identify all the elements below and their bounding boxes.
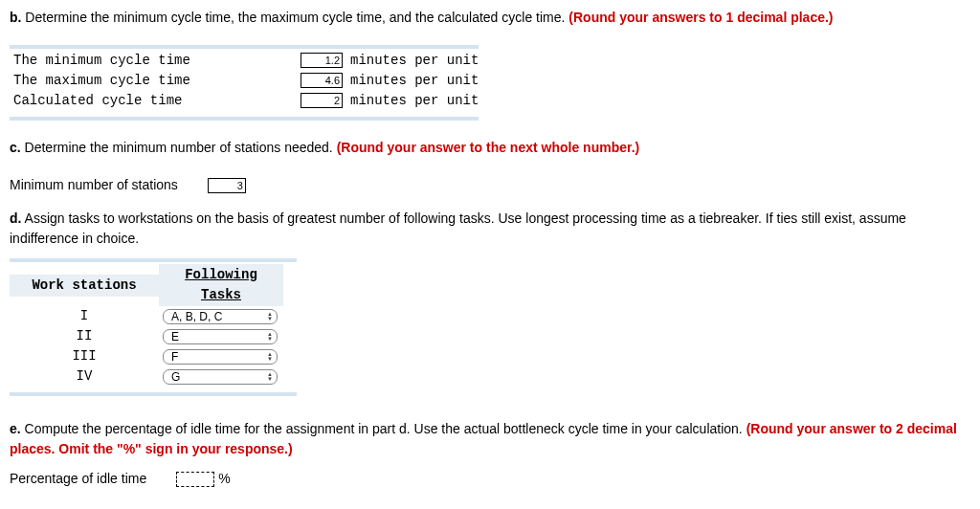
- q-c-hint: (Round your answer to the next whole num…: [337, 140, 640, 155]
- row-unit: minutes per unit: [346, 91, 482, 111]
- question-c: c. Determine the minimum number of stati…: [10, 138, 970, 158]
- ruler-top-b: [10, 45, 479, 49]
- stepper-icon: ▲▼: [267, 372, 273, 382]
- ruler-bottom-d: [10, 392, 297, 396]
- table-row: III F ▲▼: [10, 346, 283, 366]
- max-cycle-input[interactable]: 4.6: [301, 73, 343, 88]
- table-row: The maximum cycle time 4.6 minutes per u…: [10, 71, 482, 91]
- q-d-label: d.: [10, 210, 21, 226]
- table-row: I A, B, D, C ▲▼: [10, 306, 283, 326]
- row-unit: minutes per unit: [346, 51, 482, 71]
- ws-label: III: [10, 346, 159, 366]
- q-c-text: Determine the minimum number of stations…: [21, 140, 337, 155]
- ws-label: II: [10, 326, 159, 346]
- dd-value: G: [171, 368, 180, 386]
- q-b-hint: (Round your answers to 1 decimal place.): [568, 10, 833, 25]
- table-row: The minimum cycle time 1.2 minutes per u…: [10, 51, 482, 71]
- ws-label: I: [10, 306, 159, 326]
- min-stations-line: Minimum number of stations 3: [10, 175, 970, 195]
- table-row: Calculated cycle time 2 minutes per unit: [10, 91, 482, 111]
- ruler-bottom-b: [10, 117, 479, 121]
- q-b-text: Determine the minimum cycle time, the ma…: [21, 10, 568, 25]
- workstation-table: Work stations Following Tasks I A, B, D,…: [10, 264, 283, 387]
- cycle-time-table: The minimum cycle time 1.2 minutes per u…: [10, 51, 482, 111]
- min-stations-label: Minimum number of stations: [10, 177, 178, 192]
- row-label: The maximum cycle time: [10, 71, 297, 91]
- dd-value: F: [171, 348, 178, 365]
- stepper-icon: ▲▼: [267, 352, 273, 362]
- q-c-label: c.: [10, 140, 21, 155]
- following-tasks-select-2[interactable]: E ▲▼: [163, 329, 278, 344]
- question-e: e. Compute the percentage of idle time f…: [10, 419, 970, 459]
- question-d: d. Assign tasks to workstations on the b…: [10, 209, 970, 249]
- ft-header: Following Tasks: [159, 264, 283, 306]
- min-cycle-input[interactable]: 1.2: [301, 53, 343, 68]
- row-label: Calculated cycle time: [10, 91, 297, 111]
- row-label: The minimum cycle time: [10, 51, 297, 71]
- calc-cycle-input[interactable]: 2: [301, 93, 343, 108]
- ruler-top-d: [10, 258, 297, 262]
- stepper-icon: ▲▼: [267, 332, 273, 342]
- idle-pct-label: Percentage of idle time: [10, 471, 146, 486]
- following-tasks-select-3[interactable]: F ▲▼: [163, 349, 278, 365]
- q-b-label: b.: [10, 10, 21, 25]
- idle-pct-input[interactable]: [176, 472, 214, 487]
- following-tasks-select-4[interactable]: G ▲▼: [163, 369, 278, 385]
- ws-label: IV: [10, 366, 159, 387]
- idle-pct-line: Percentage of idle time %: [10, 469, 970, 489]
- stepper-icon: ▲▼: [267, 312, 273, 321]
- table-row: II E ▲▼: [10, 326, 283, 346]
- q-d-text: Assign tasks to workstations on the basi…: [10, 210, 906, 246]
- dd-value: A, B, D, C: [171, 308, 222, 325]
- q-e-text: Compute the percentage of idle time for …: [21, 421, 746, 436]
- min-stations-input[interactable]: 3: [208, 178, 246, 193]
- table-row: IV G ▲▼: [10, 366, 283, 387]
- dd-value: E: [171, 328, 179, 345]
- ws-header: Work stations: [10, 275, 159, 297]
- following-tasks-select-1[interactable]: A, B, D, C ▲▼: [163, 309, 278, 324]
- row-unit: minutes per unit: [346, 71, 482, 91]
- question-b: b. Determine the minimum cycle time, the…: [10, 8, 970, 28]
- q-e-label: e.: [10, 421, 21, 436]
- pct-unit: %: [218, 471, 230, 486]
